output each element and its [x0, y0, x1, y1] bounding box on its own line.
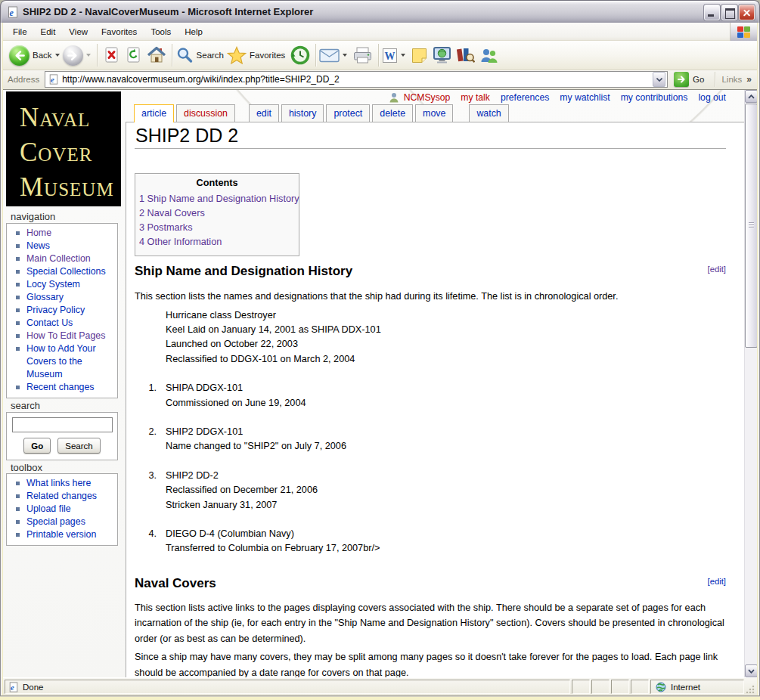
tab-discussion[interactable]: discussion: [176, 104, 235, 122]
log-out-link[interactable]: log out: [698, 92, 726, 103]
nav-how-to-edit-link[interactable]: How To Edit Pages: [26, 330, 105, 341]
favorites-label: Favorites: [250, 51, 285, 60]
user-page-link[interactable]: NCMSysop: [404, 92, 451, 103]
address-input[interactable]: e http://www.navalcovermuseum.org/wiki/i…: [45, 71, 668, 88]
page-title: SHIP2 DD 2: [135, 124, 726, 149]
svg-text:e: e: [51, 76, 54, 84]
search-go-button[interactable]: Go: [23, 438, 51, 454]
tab-article[interactable]: article: [134, 104, 174, 122]
stop-button[interactable]: [103, 46, 120, 64]
nav-how-to-add-link[interactable]: How to Add Your Covers to the Museum: [26, 343, 96, 379]
maximize-button[interactable]: [721, 5, 737, 20]
nav-locy-system-link[interactable]: Locy System: [26, 279, 80, 290]
go-button[interactable]: Go: [674, 72, 704, 87]
favorites-button[interactable]: Favorites: [227, 46, 285, 64]
toolbar-separator: [315, 44, 316, 67]
menu-favorites[interactable]: Favorites: [95, 27, 144, 36]
edit-dropdown-icon[interactable]: [401, 54, 405, 57]
toc-title: Contents: [139, 178, 295, 188]
tab-watch[interactable]: watch: [469, 104, 508, 122]
home-button[interactable]: [147, 46, 166, 64]
nav-contact-us-link[interactable]: Contact Us: [26, 317, 73, 328]
my-contributions-link[interactable]: my contributions: [621, 92, 688, 103]
print-button[interactable]: [352, 46, 373, 64]
tab-protect[interactable]: protect: [326, 104, 370, 122]
links-chevron-icon[interactable]: »: [746, 74, 752, 85]
page-tabs: article discussion edit history protect …: [134, 104, 511, 122]
minimize-button[interactable]: [704, 5, 720, 20]
nav-main-collection-link[interactable]: Main Collection: [26, 253, 91, 264]
mail-button[interactable]: [319, 48, 347, 63]
back-button[interactable]: Back: [9, 45, 60, 66]
notes-button[interactable]: [411, 47, 428, 64]
my-watchlist-link[interactable]: my watchlist: [560, 92, 610, 103]
scroll-down-button[interactable]: [745, 664, 757, 677]
upload-file-link[interactable]: Upload file: [26, 503, 71, 514]
window-border-left: [0, 23, 3, 700]
nav-privacy-policy-link[interactable]: Privacy Policy: [26, 305, 85, 315]
back-dropdown-icon[interactable]: [55, 54, 60, 57]
links-separator: [715, 72, 715, 87]
menu-help[interactable]: Help: [178, 27, 209, 36]
status-bar: e Done Internet: [3, 677, 757, 696]
links-label[interactable]: Links: [721, 75, 742, 84]
printable-version-link[interactable]: Printable version: [26, 529, 96, 540]
list-item: 4. DIEGO D-4 (Columbian Navy) Transferre…: [135, 527, 726, 556]
svg-text:e: e: [11, 683, 14, 691]
toc-link-1[interactable]: 1 Ship Name and Designation History: [139, 192, 295, 206]
tab-history[interactable]: history: [281, 104, 324, 122]
history-button[interactable]: [290, 45, 310, 65]
my-talk-link[interactable]: my talk: [461, 92, 490, 103]
scroll-up-button[interactable]: [745, 90, 757, 103]
research-books-button[interactable]: [456, 46, 475, 64]
what-links-here-link[interactable]: What links here: [26, 478, 91, 488]
toc-link-4[interactable]: 4 Other Information: [139, 235, 295, 249]
address-dropdown-button[interactable]: [653, 72, 665, 87]
forward-button[interactable]: [63, 45, 91, 66]
web-monitor-button[interactable]: [433, 46, 451, 64]
toc-link-3[interactable]: 3 Postmarks: [139, 221, 295, 235]
nav-news-link[interactable]: News: [26, 240, 50, 251]
menu-edit[interactable]: Edit: [34, 27, 63, 36]
search-button[interactable]: Search: [175, 46, 224, 64]
search-input[interactable]: [12, 417, 113, 432]
toc-link-2[interactable]: 2 Naval Covers: [139, 206, 295, 221]
tab-delete[interactable]: delete: [372, 104, 413, 122]
nav-recent-changes-link[interactable]: Recent changes: [26, 382, 95, 392]
refresh-button[interactable]: [125, 46, 142, 64]
window-title: SHIP2 DD 2 - NavalCoverMuseum - Microsof…: [23, 6, 313, 18]
search-box: Go Search: [6, 412, 118, 460]
menu-file[interactable]: File: [6, 27, 34, 36]
list-number: 3.: [135, 469, 157, 483]
close-button[interactable]: [739, 5, 755, 20]
menu-view[interactable]: View: [62, 27, 95, 36]
nav-home-link[interactable]: Home: [26, 228, 51, 238]
tab-move[interactable]: move: [415, 104, 453, 122]
menu-tools[interactable]: Tools: [144, 27, 178, 36]
messenger-button[interactable]: [479, 46, 498, 64]
edit-section-link[interactable]: [edit]: [708, 265, 727, 274]
tab-edit[interactable]: edit: [249, 104, 279, 122]
special-pages-link[interactable]: Special pages: [26, 516, 85, 527]
toolbox-item: What links here: [16, 477, 114, 490]
nav-glossary-link[interactable]: Glossary: [26, 292, 64, 302]
resize-grip[interactable]: [746, 680, 755, 694]
entry-line: DIEGO D-4 (Columbian Navy): [166, 527, 726, 541]
mail-dropdown-icon[interactable]: [343, 54, 347, 57]
entry-line: Reclassified on December 21, 2006: [166, 483, 726, 497]
preferences-link[interactable]: preferences: [501, 92, 549, 103]
nav-special-collections-link[interactable]: Special Collections: [26, 266, 106, 277]
edit-with-word-button[interactable]: W: [382, 48, 405, 63]
related-changes-link[interactable]: Related changes: [26, 491, 97, 501]
history-line: Keel Laid on January 14, 2001 as SHIPA D…: [166, 323, 726, 337]
site-logo[interactable]: Naval Cover Museum: [6, 91, 121, 206]
section-naval-covers: [edit] Naval Covers: [135, 576, 726, 591]
search-search-button[interactable]: Search: [57, 438, 100, 454]
edit-section-link[interactable]: [edit]: [708, 577, 727, 586]
vertical-scrollbar[interactable]: [744, 90, 757, 677]
section-intro: This section lists the names and designa…: [135, 290, 726, 305]
nav-item: Locy System: [16, 278, 114, 291]
status-pane: [631, 680, 649, 694]
status-pane: [591, 680, 610, 694]
scrollbar-thumb[interactable]: [745, 104, 757, 348]
